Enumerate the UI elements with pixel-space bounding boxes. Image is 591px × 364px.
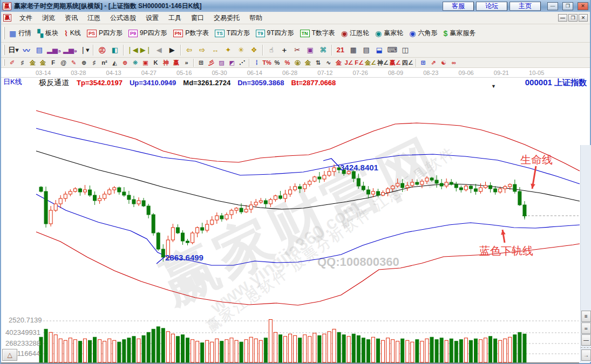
indicator-value: Md=3261.2724 (183, 79, 230, 87)
app-window: 赢 赢家老子时空周期系统[纵横版] - [上证指数 SH000001-146日K… (0, 0, 591, 364)
pane-arrow-button[interactable]: → (581, 349, 591, 361)
volume-layer (39, 319, 526, 362)
low-value-label: 2863.6499 (165, 253, 203, 262)
strip-divider (581, 347, 591, 348)
scale-caret-icon[interactable]: ▼ (491, 84, 496, 89)
panes-three-button[interactable]: ≡ (581, 311, 591, 322)
pane-buttons: ≡＝—→ (581, 310, 591, 361)
volume-axis-label: 2520.7139 (9, 316, 42, 324)
peak-value-label: 3424.8401 (340, 163, 378, 172)
indicator-header: 极反通道Tp=3542.0197Up=3410.0949Md=3261.2724… (39, 78, 343, 88)
life-line-annotation: 生命线 (520, 153, 553, 167)
volume-axis-label: 402349931 (5, 328, 40, 336)
stock-label: 000001 上证指数 (525, 78, 587, 88)
indicator-value: Tp=3542.0197 (77, 79, 123, 87)
kline-chart-canvas[interactable] (1, 0, 591, 364)
volume-indicator-button[interactable]: △ (2, 349, 17, 361)
panes-one-button[interactable]: — (581, 334, 591, 346)
channel-lines (36, 111, 580, 305)
indicator-name: 极反通道 (39, 78, 69, 87)
indicator-value: Up=3410.0949 (130, 79, 176, 87)
right-pane-strip: ≡＝—→ (580, 145, 591, 362)
blue-lower-line-annotation: 蓝色下轨线 (479, 244, 533, 258)
indicator-value: Dn=3059.3868 (237, 79, 284, 87)
stock-name: 上证指数 (554, 78, 587, 87)
candles-layer (39, 164, 526, 262)
stock-code: 000001 (525, 78, 552, 87)
indicator-values: Tp=3542.0197Up=3410.0949Md=3261.2724Dn=3… (77, 79, 343, 87)
panes-two-button[interactable]: ＝ (581, 322, 591, 334)
indicator-value: Bt=2877.0668 (291, 79, 336, 87)
volume-axis-label: 268233288 (5, 339, 40, 347)
